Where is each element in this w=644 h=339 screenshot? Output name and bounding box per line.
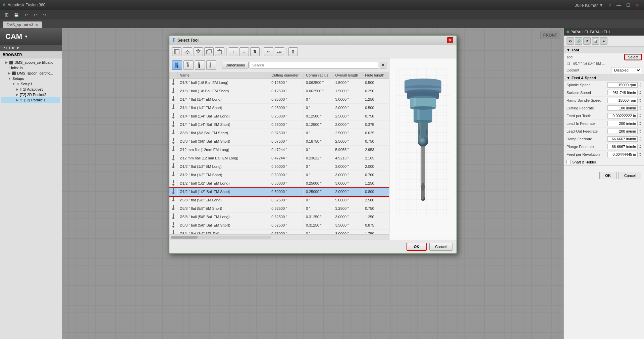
- coolant-select[interactable]: Disabled Flood Mist: [611, 67, 641, 73]
- tree-item-1[interactable]: ▶ ⬛ DMS_spoon_certific...: [1, 70, 60, 76]
- col-name[interactable]: Name: [177, 72, 269, 79]
- menu-undo[interactable]: ↩: [31, 12, 40, 18]
- tab-file[interactable]: DMS_sp...art v3 ✕: [3, 21, 42, 28]
- cam-button[interactable]: CAM ▼: [0, 28, 62, 45]
- filter-bull-btn[interactable]: [206, 60, 216, 70]
- feed-per-tooth-input[interactable]: [607, 113, 638, 118]
- table-row[interactable]: Ø5/8 " ball (5/8" Ball EM Long)0.62500 "…: [169, 213, 389, 221]
- toolbar-move-up-btn[interactable]: ↑: [229, 47, 238, 56]
- rp-star-btn[interactable]: ★: [600, 37, 607, 45]
- toolbar-copy-btn[interactable]: [204, 47, 214, 56]
- col-overall[interactable]: Overall length: [333, 72, 363, 79]
- lead-out-input[interactable]: [607, 129, 638, 134]
- search-clear-btn[interactable]: ✕: [380, 62, 386, 68]
- table-row[interactable]: Ø3/8 " ball (3/8" Ball EM Short)0.37500 …: [169, 137, 389, 146]
- tree-item-setup1[interactable]: ▼ ⚙ Setup1: [1, 81, 60, 87]
- table-row[interactable]: Ø1/2 " ball (1/2" Ball EM Short)0.50000 …: [169, 188, 389, 196]
- table-row[interactable]: Ø12 mm flat (12mm EM Long)0.47244 "0 "5.…: [169, 146, 389, 154]
- dialog-cancel-btn[interactable]: Cancel: [429, 243, 452, 251]
- table-row[interactable]: Ø3/4 " flat (3/4" 5FL EM)0.75000 "0 "3.0…: [169, 230, 389, 235]
- rp-chart-btn[interactable]: 📊: [592, 37, 599, 45]
- toolbar-library-btn[interactable]: [172, 47, 181, 56]
- feed-per-rev-input[interactable]: [607, 152, 638, 157]
- surface-speed-input[interactable]: [607, 90, 638, 95]
- rp-tool-btn[interactable]: ⚙: [567, 37, 574, 45]
- tree-item-adaptive3[interactable]: ▶ [T1] Adaptive3: [1, 87, 60, 92]
- ramp-feedrate-stepper[interactable]: ▲▼: [639, 136, 641, 142]
- ramp-feedrate-input[interactable]: [607, 136, 638, 142]
- toolbar-delete-btn[interactable]: [215, 47, 224, 56]
- table-row[interactable]: Ø1/2 " flat (1/2" EM Short)0.50000 "0 "3…: [169, 171, 389, 179]
- toolbar-export-btn[interactable]: [194, 47, 203, 56]
- col-corner-r[interactable]: Corner radius: [304, 72, 333, 79]
- tool-select-btn[interactable]: Select: [625, 54, 641, 60]
- menu-file[interactable]: 💾: [11, 12, 21, 18]
- shaft-checkbox[interactable]: [567, 160, 571, 164]
- table-row[interactable]: Ø5/8 " ball (5/8" Ball EM Short)0.62500 …: [169, 221, 389, 230]
- ramp-spindle-input[interactable]: [607, 98, 638, 103]
- filter-all-btn[interactable]: [172, 60, 182, 70]
- table-scrollbar[interactable]: [169, 234, 389, 240]
- cutting-feedrate-input[interactable]: [607, 105, 638, 111]
- table-row[interactable]: Ø1/8 " ball (1/8 Ball EM Long)0.12500 "0…: [169, 79, 389, 87]
- toolbar-number-btn[interactable]: 123: [275, 47, 284, 56]
- col-cutting-dia[interactable]: Cutting diameter: [269, 72, 304, 79]
- cancel-button[interactable]: Cancel: [619, 172, 641, 179]
- minimize-btn[interactable]: —: [614, 2, 623, 8]
- menu-save[interactable]: ↩: [22, 12, 31, 18]
- filter-flat-btn[interactable]: [183, 60, 194, 70]
- help-btn[interactable]: ?: [607, 2, 613, 8]
- ramp-spindle-stepper[interactable]: ▲▼: [639, 98, 641, 103]
- table-row[interactable]: Ø3/8 " flat (3/8 Ball EM Short)0.37500 "…: [169, 129, 389, 137]
- tree-item-0[interactable]: ▶ ⬛ DMS_spoon_certificatio: [1, 60, 60, 65]
- plunge-input[interactable]: [607, 144, 638, 149]
- spindle-speed-input[interactable]: [607, 82, 638, 88]
- toolbar-delete2-btn[interactable]: 🗑: [288, 47, 298, 56]
- table-row[interactable]: Ø1/8 " ball (1/8 Ball EM Short)0.12500 "…: [169, 87, 389, 95]
- table-row[interactable]: Ø1/4 " flat (1/4" EM Short)0.25000 "0 "2…: [169, 104, 389, 112]
- table-row[interactable]: Ø1/4 " ball (1/4" Ball EM Long)0.25000 "…: [169, 112, 389, 120]
- lead-out-stepper[interactable]: ▲▼: [639, 129, 641, 134]
- feed-rev-stepper[interactable]: ▲▼: [639, 152, 641, 157]
- col-flute[interactable]: Flute length: [363, 72, 389, 79]
- feed-speed-section-header[interactable]: ▼ Feed & Speed: [564, 75, 644, 81]
- rp-link-btn[interactable]: 🔗: [575, 37, 582, 45]
- table-row[interactable]: Ø1/4 " flat (1/4" EM Long)0.25000 "0 "3.…: [169, 95, 389, 104]
- table-row[interactable]: Ø1/4 " ball (1/4" Ball EM Short)0.25000 …: [169, 120, 389, 129]
- toolbar-move-down-btn[interactable]: ↓: [239, 47, 249, 56]
- table-row[interactable]: Ø5/8 " flat (5/8" EM Long)0.62500 "0 "5.…: [169, 196, 389, 204]
- surface-stepper[interactable]: ▲▼: [639, 90, 641, 95]
- menu-redo[interactable]: ↪: [40, 12, 49, 18]
- dialog-close-btn[interactable]: ✕: [447, 37, 453, 43]
- dimensions-btn[interactable]: Dimensions: [222, 62, 249, 68]
- table-row[interactable]: Ø5/8 " flat (5/8" EM Short)0.62500 "0 "3…: [169, 204, 389, 213]
- toolbar-edit-btn[interactable]: ✏: [264, 47, 273, 56]
- setup-bar[interactable]: SETUP ▼: [0, 45, 62, 51]
- table-row[interactable]: Ø1/2 " ball (1/2" Ball EM Long)0.50000 "…: [169, 179, 389, 188]
- lead-in-input[interactable]: [607, 121, 638, 126]
- lead-in-stepper[interactable]: ▲▼: [639, 121, 641, 126]
- toolbar-import-btn[interactable]: [183, 47, 192, 56]
- plunge-stepper[interactable]: ▲▼: [639, 144, 641, 149]
- tool-section-header[interactable]: ▼ Tool: [564, 47, 644, 53]
- tab-close-icon[interactable]: ✕: [35, 23, 38, 27]
- cutting-stepper[interactable]: ▲▼: [639, 105, 641, 111]
- maximize-btn[interactable]: ☐: [624, 2, 632, 8]
- feed-tooth-stepper[interactable]: ▲▼: [639, 113, 641, 118]
- rp-refresh-btn[interactable]: ↺: [583, 37, 591, 45]
- search-input[interactable]: [250, 62, 378, 68]
- tool-table-wrapper[interactable]: Name Cutting diameter Corner radius Over…: [169, 72, 389, 234]
- tree-item-units[interactable]: Units: in: [1, 65, 60, 70]
- toolbar-grid-btn[interactable]: ⊞: [3, 11, 11, 18]
- table-row[interactable]: Ø12 mm ball (12 mm Ball EM Long)0.47244 …: [169, 154, 389, 162]
- ok-button[interactable]: OK: [599, 172, 616, 179]
- table-row[interactable]: Ø1/2 " flat (1/2" EM Long)0.50000 "0 "3.…: [169, 162, 389, 171]
- tree-item-setups[interactable]: ▼ Setups: [1, 76, 60, 81]
- toolbar-move-btn[interactable]: ⇅: [250, 47, 260, 56]
- filter-ball-btn[interactable]: [195, 60, 205, 70]
- spindle-stepper[interactable]: ▲▼: [639, 82, 641, 88]
- tree-item-pocket2[interactable]: ▶ [T2] 2D Pocket2: [1, 92, 60, 97]
- close-btn[interactable]: ✕: [634, 2, 641, 8]
- dialog-ok-btn[interactable]: OK: [407, 243, 427, 251]
- tree-item-parallel1[interactable]: ▶ ≋ [T2] Parallel1: [1, 97, 60, 103]
